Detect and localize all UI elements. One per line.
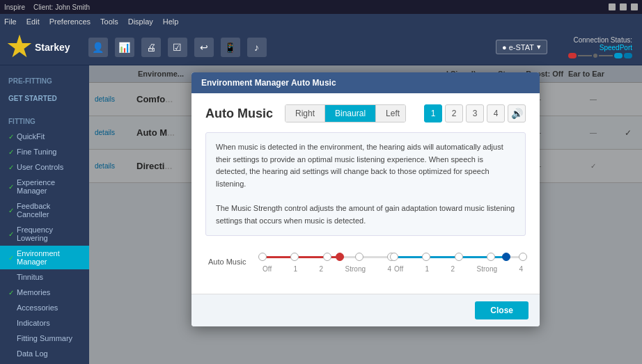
channel-4-button[interactable]: 4 [487,104,505,122]
dot-blue2 [624,53,632,58]
right-slider-track-wrap[interactable] [394,250,523,264]
dot-line [578,55,592,56]
left-tick-2 [323,253,331,261]
menu-bar: File Edit Preferences Tools Display Help [0,14,642,29]
sidebar-section-prefitting: Pre-Fitting [0,74,89,88]
channel-2-button[interactable]: 2 [445,104,463,122]
estat-arrow: ▾ [537,42,541,52]
window-controls [609,3,638,10]
tick-strong: Strong [477,265,497,273]
channel-3-button[interactable]: 3 [466,104,484,122]
right-tick-3 [487,253,495,261]
estat-dropdown[interactable]: ● e-STAT ▾ [496,40,547,54]
check-icon: ✓ [8,289,14,296]
menu-help[interactable]: Help [163,17,179,26]
description-para1: When music is detected in the environmen… [216,141,515,190]
channel-1-button[interactable]: 1 [424,104,442,122]
modal-header: Environment Manager Auto Music [191,72,540,93]
channel-sound-icon[interactable]: 🔊 [508,104,526,122]
close-button[interactable]: Close [475,301,529,319]
mode-buttons: Right Binaural Left [285,104,406,122]
channel-buttons: 1 2 3 4 🔊 [424,104,526,122]
connection-status: Connection Status: SpeedPort [568,36,632,58]
mode-left-button[interactable]: Left [376,105,406,122]
check-icon: ✓ [8,164,14,171]
sidebar-item-finetuning[interactable]: ✓ Fine Tuning [0,144,89,159]
toolbar-icon-check[interactable]: ☑ [168,38,187,57]
mode-right-button[interactable]: Right [285,105,325,122]
logo-text: Starkey [35,42,70,53]
maximize-button[interactable] [620,3,627,10]
toolbar-icon-person[interactable]: 👤 [88,38,108,57]
modal-title-row: Auto Music Right Binaural Left 1 2 3 [205,104,526,122]
right-thumb[interactable] [502,253,510,261]
content-area: Environme... nd Signal) Stream Boost: Of… [89,65,642,364]
sidebar-item-feedback[interactable]: ✓ Feedback Canceller [0,198,89,222]
sidebar-item-fittingsummary[interactable]: Fitting Summary [0,331,89,346]
modal-body: Auto Music Right Binaural Left 1 2 3 [191,93,540,294]
sidebar-section-getstarted: Get Started [0,91,89,106]
sidebar-item-datalog[interactable]: Data Log [0,346,89,361]
dot-mid [593,54,597,58]
toolbar-icon-music[interactable]: ♪ [247,38,267,57]
toolbar-icon-device[interactable]: 📱 [221,38,240,57]
sidebar-item-indicators[interactable]: Indicators [0,315,89,331]
sidebar-item-memories[interactable]: ✓ Memories [0,285,89,300]
left-slider-ticks: Off 1 2 Strong 4 [263,265,391,273]
slider-section: Auto Music [205,250,526,273]
dot-blue [614,53,623,58]
menu-edit[interactable]: Edit [26,17,40,26]
left-slider-track [263,256,391,258]
logo-star-icon [7,35,32,60]
left-slider-wrap: Off 1 2 Strong 4 [263,250,391,273]
sidebar-item-environment[interactable]: ✓ Environment Manager [0,246,89,269]
connection-status-label: Connection Status: [568,36,632,44]
tick-4: 4 [519,265,523,273]
right-tick-4 [519,253,527,261]
description-para2: The Music Strength control adjusts the a… [216,203,515,227]
sidebar-item-experience[interactable]: ✓ Experience Manager [0,175,89,198]
sidebar-section-fitting: Fitting [0,114,89,129]
top-bar: Inspire Client: John Smith [0,0,642,14]
toolbar-icon-undo[interactable]: ↩ [194,38,214,57]
sidebar-item-freqlowering[interactable]: ✓ Frequency Lowering [0,222,89,246]
client-info: Client: John Smith [33,3,90,11]
menu-file[interactable]: File [4,17,17,26]
sidebar-item-quickfit[interactable]: ✓ QuickFit [0,129,89,144]
connection-port: SpeedPort [568,44,632,52]
dual-slider: Off 1 2 Strong 4 [263,250,523,273]
toolbar: Starkey 👤 📊 🖨 ☑ ↩ 📱 ♪ ● e-STAT ▾ Connect… [0,29,642,65]
check-icon: ✓ [8,207,14,214]
check-icon: ✓ [8,133,14,141]
sidebar-item-tinnitus[interactable]: Tinnitus [0,269,89,285]
menu-preferences[interactable]: Preferences [49,17,91,26]
mode-binaural-button[interactable]: Binaural [325,105,376,122]
modal-overlay: Environment Manager Auto Music Auto Musi… [89,65,642,364]
right-slider-ticks: Off 1 2 Strong 4 [394,265,523,273]
menu-tools[interactable]: Tools [100,17,118,26]
sidebar-item-accessories[interactable]: Accessories [0,300,89,315]
app-info: Inspire Client: John Smith [4,3,90,11]
sidebar-item-readysethear[interactable]: Ready. Set. Hear. [0,361,89,364]
sidebar: Pre-Fitting Get Started Fitting ✓ QuickF… [0,65,89,364]
estat-label: ● e-STAT [502,43,534,52]
modal-footer: Close [191,294,540,326]
sidebar-item-usercontrols[interactable]: ✓ User Controls [0,159,89,175]
dot-red [568,53,577,58]
tick-2: 2 [451,265,455,273]
close-button[interactable] [631,3,638,10]
check-icon: ✓ [8,254,14,262]
right-tick-0 [390,253,398,261]
tick-1: 1 [294,265,298,273]
slider-label: Auto Music [208,258,256,266]
tick-off: Off [394,265,403,273]
menu-display[interactable]: Display [128,17,153,26]
left-slider-track-wrap[interactable] [263,250,391,264]
left-thumb[interactable] [336,253,344,261]
minimize-button[interactable] [609,3,616,10]
app-title: Inspire [4,3,25,11]
left-tick-3 [355,253,363,261]
tick-4: 4 [387,265,391,273]
toolbar-icon-chart[interactable]: 📊 [115,38,134,57]
toolbar-icon-print[interactable]: 🖨 [141,38,161,57]
